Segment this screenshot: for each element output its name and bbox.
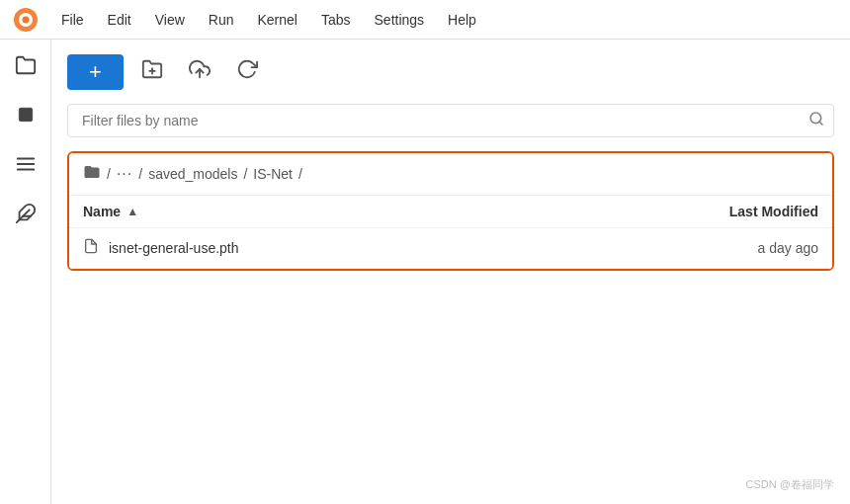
menu-help[interactable]: Help <box>438 8 486 32</box>
breadcrumb-sep-1: / <box>138 166 142 182</box>
toolbar: + <box>67 53 834 90</box>
sidebar-icon-stop[interactable] <box>10 99 42 130</box>
table-row[interactable]: isnet-general-use.pth a day ago <box>69 228 832 269</box>
col-name-label: Name <box>83 204 121 219</box>
svg-rect-3 <box>19 108 32 121</box>
sidebar-icon-puzzle[interactable] <box>10 198 42 229</box>
sort-arrow: ▲ <box>127 205 138 218</box>
svg-point-2 <box>23 16 30 23</box>
breadcrumb-sep-3: / <box>298 166 302 182</box>
filter-container <box>67 104 834 137</box>
menu-bar: File Edit View Run Kernel Tabs Settings … <box>0 0 850 40</box>
new-button[interactable]: + <box>67 54 124 90</box>
upload-button[interactable] <box>181 53 218 90</box>
icon-sidebar <box>0 40 51 504</box>
svg-line-13 <box>819 122 822 125</box>
breadcrumb-sep-2: / <box>243 166 247 182</box>
breadcrumb-row: / ··· / saved_models / IS-Net / <box>69 153 832 196</box>
app-logo <box>12 6 40 34</box>
col-modified-label: Last Modified <box>729 204 818 219</box>
menu-kernel[interactable]: Kernel <box>247 8 306 32</box>
breadcrumb-sep-0: / <box>107 166 111 182</box>
breadcrumb-saved-models[interactable]: saved_models <box>148 166 237 182</box>
sidebar-icon-folder[interactable] <box>10 49 42 81</box>
watermark: CSDN @卷福同学 <box>746 477 834 492</box>
filter-input[interactable] <box>67 104 834 137</box>
refresh-button[interactable] <box>228 53 266 90</box>
col-modified-header[interactable]: Last Modified <box>640 204 818 219</box>
menu-tabs[interactable]: Tabs <box>311 8 361 32</box>
file-panel: + <box>51 40 850 504</box>
main-layout: + <box>0 40 850 504</box>
file-modified: a day ago <box>640 240 818 256</box>
menu-file[interactable]: File <box>51 8 94 32</box>
breadcrumb-isnet[interactable]: IS-Net <box>253 166 293 182</box>
file-icon <box>83 238 99 258</box>
new-folder-button[interactable] <box>133 53 171 90</box>
menu-edit[interactable]: Edit <box>98 8 141 32</box>
breadcrumb-folder-icon <box>83 163 101 185</box>
sidebar-icon-list[interactable] <box>10 148 42 180</box>
menu-settings[interactable]: Settings <box>365 8 435 32</box>
file-name: isnet-general-use.pth <box>109 240 640 256</box>
table-header: Name ▲ Last Modified <box>69 196 832 228</box>
col-name-header[interactable]: Name ▲ <box>83 204 640 219</box>
menu-view[interactable]: View <box>145 8 195 32</box>
menu-run[interactable]: Run <box>199 8 244 32</box>
breadcrumb-dots[interactable]: ··· <box>117 165 132 183</box>
search-icon <box>808 111 824 130</box>
file-table-container: / ··· / saved_models / IS-Net / Name ▲ L… <box>67 151 834 271</box>
